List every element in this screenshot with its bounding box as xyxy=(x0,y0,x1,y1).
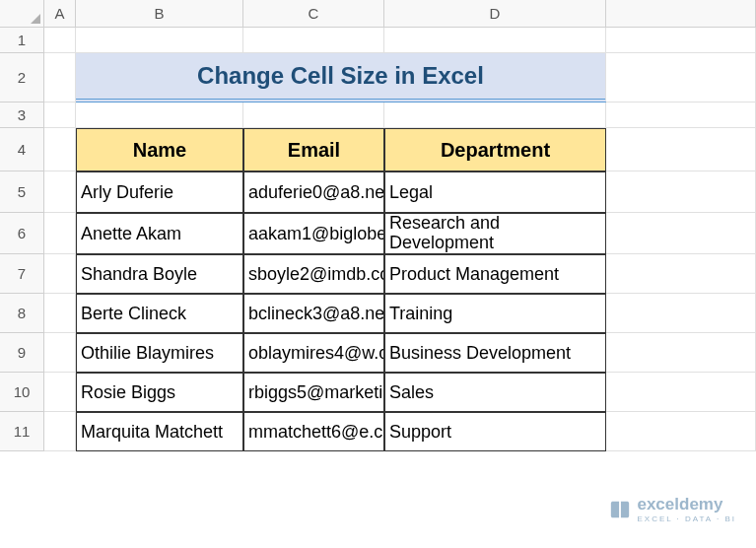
cell-c1[interactable] xyxy=(243,28,384,53)
watermark-tag: EXCEL · DATA · BI xyxy=(637,514,736,523)
table-row[interactable]: rbiggs5@marketing.com xyxy=(243,373,384,412)
cell-a1[interactable] xyxy=(44,28,76,53)
row-header-8[interactable]: 8 xyxy=(0,294,44,333)
spreadsheet-grid: A B C D 1 2 Change Cell Size in Excel 3 … xyxy=(0,0,756,451)
book-icon xyxy=(609,499,631,520)
table-row[interactable]: Shandra Boyle xyxy=(76,254,243,294)
row-header-1[interactable]: 1 xyxy=(0,28,44,53)
row-header-3[interactable]: 3 xyxy=(0,103,44,128)
cell-a5[interactable] xyxy=(44,171,76,213)
cell-e3[interactable] xyxy=(606,103,756,128)
table-row[interactable]: Legal xyxy=(384,171,606,213)
table-row[interactable]: Anette Akam xyxy=(76,213,243,254)
cell-b3[interactable] xyxy=(76,103,243,128)
col-header-c[interactable]: C xyxy=(243,0,384,28)
col-header-d[interactable]: D xyxy=(384,0,606,28)
cell-a9[interactable] xyxy=(44,333,76,373)
table-row[interactable]: mmatchett6@e.com xyxy=(243,412,384,451)
cell-e5[interactable] xyxy=(606,171,756,213)
cell-e4[interactable] xyxy=(606,128,756,171)
cell-d1[interactable] xyxy=(384,28,606,53)
row-header-2[interactable]: 2 xyxy=(0,53,44,103)
header-dept[interactable]: Department xyxy=(384,128,606,171)
table-row[interactable]: Product Management xyxy=(384,254,606,294)
table-row[interactable]: Training xyxy=(384,294,606,333)
cell-e2[interactable] xyxy=(606,53,756,103)
cell-b1[interactable] xyxy=(76,28,243,53)
table-row[interactable]: Rosie Biggs xyxy=(76,373,243,412)
table-row[interactable]: aakam1@biglobe.com xyxy=(243,213,384,254)
table-row[interactable]: oblaymires4@w.com xyxy=(243,333,384,373)
cell-e9[interactable] xyxy=(606,333,756,373)
cell-a8[interactable] xyxy=(44,294,76,333)
cell-a11[interactable] xyxy=(44,412,76,451)
table-row[interactable]: Othilie Blaymires xyxy=(76,333,243,373)
table-row[interactable]: sboyle2@imdb.com xyxy=(243,254,384,294)
header-email[interactable]: Email xyxy=(243,128,384,171)
cell-e8[interactable] xyxy=(606,294,756,333)
cell-e11[interactable] xyxy=(606,412,756,451)
header-name[interactable]: Name xyxy=(76,128,243,171)
select-all-corner[interactable] xyxy=(0,0,44,28)
row-header-10[interactable]: 10 xyxy=(0,373,44,412)
row-header-7[interactable]: 7 xyxy=(0,254,44,294)
cell-e1[interactable] xyxy=(606,28,756,53)
table-row[interactable]: Support xyxy=(384,412,606,451)
table-row[interactable]: Business Development xyxy=(384,333,606,373)
watermark-brand: exceldemy xyxy=(637,495,736,514)
row-header-11[interactable]: 11 xyxy=(0,412,44,451)
cell-d3[interactable] xyxy=(384,103,606,128)
title-cell[interactable]: Change Cell Size in Excel xyxy=(76,53,606,103)
col-header-a[interactable]: A xyxy=(44,0,76,28)
cell-a7[interactable] xyxy=(44,254,76,294)
cell-a3[interactable] xyxy=(44,103,76,128)
cell-c3[interactable] xyxy=(243,103,384,128)
table-row[interactable]: Arly Duferie xyxy=(76,171,243,213)
row-header-4[interactable]: 4 xyxy=(0,128,44,171)
cell-e10[interactable] xyxy=(606,373,756,412)
col-header-ext[interactable] xyxy=(606,0,756,28)
table-row[interactable]: Marquita Matchett xyxy=(76,412,243,451)
table-row[interactable]: bclineck3@a8.net xyxy=(243,294,384,333)
cell-a2[interactable] xyxy=(44,53,76,103)
cell-a10[interactable] xyxy=(44,373,76,412)
watermark: exceldemy EXCEL · DATA · BI xyxy=(609,495,736,523)
table-row[interactable]: Berte Clineck xyxy=(76,294,243,333)
table-row[interactable]: Research and Development xyxy=(384,213,606,254)
cell-a4[interactable] xyxy=(44,128,76,171)
row-header-6[interactable]: 6 xyxy=(0,213,44,254)
cell-e6[interactable] xyxy=(606,213,756,254)
cell-a6[interactable] xyxy=(44,213,76,254)
table-row[interactable]: Sales xyxy=(384,373,606,412)
table-row[interactable]: aduferie0@a8.net xyxy=(243,171,384,213)
row-header-5[interactable]: 5 xyxy=(0,171,44,213)
cell-e7[interactable] xyxy=(606,254,756,294)
col-header-b[interactable]: B xyxy=(76,0,243,28)
row-header-9[interactable]: 9 xyxy=(0,333,44,373)
